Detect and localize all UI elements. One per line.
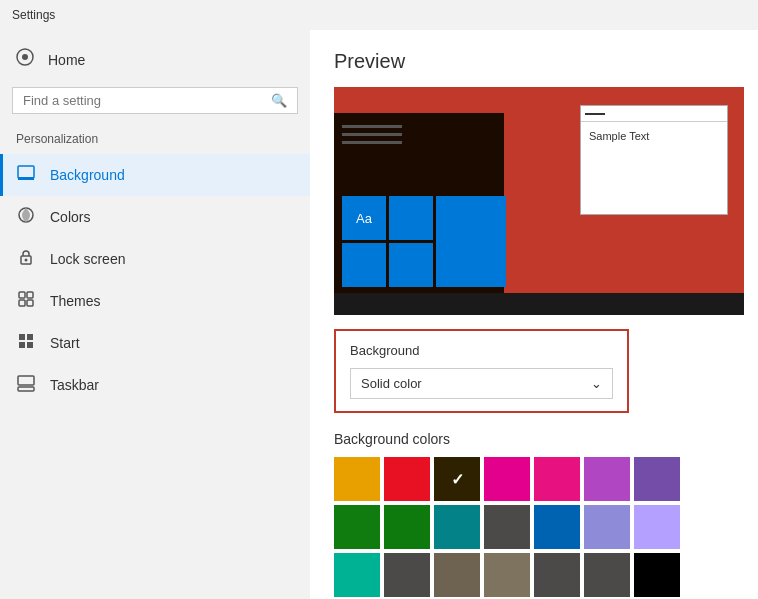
svg-rect-7 xyxy=(19,292,25,298)
section-label: Personalization xyxy=(0,128,310,154)
taskbar-icon xyxy=(16,374,36,396)
chevron-down-icon: ⌄ xyxy=(591,376,602,391)
background-dropdown[interactable]: Solid color ⌄ xyxy=(350,368,613,399)
background-section: Background Solid color ⌄ xyxy=(334,329,629,413)
color-swatch[interactable] xyxy=(484,505,530,549)
preview-title: Preview xyxy=(334,50,734,73)
sidebar-item-taskbar-label: Taskbar xyxy=(50,377,99,393)
sidebar-item-background-label: Background xyxy=(50,167,125,183)
preview-taskbar xyxy=(334,293,744,315)
colors-icon xyxy=(16,206,36,228)
preview-startmenu-lines xyxy=(334,113,504,144)
color-swatch[interactable] xyxy=(534,457,580,501)
sidebar: Home 🔍 Personalization Background xyxy=(0,30,310,599)
color-swatch[interactable] xyxy=(334,457,380,501)
sidebar-item-lockscreen[interactable]: Lock screen xyxy=(0,238,310,280)
home-label: Home xyxy=(48,52,85,68)
preview-window-content: Sample Text xyxy=(581,122,727,150)
background-section-label: Background xyxy=(350,343,613,358)
sidebar-item-colors[interactable]: Colors xyxy=(0,196,310,238)
home-icon xyxy=(16,48,34,71)
svg-rect-8 xyxy=(27,292,33,298)
color-swatch[interactable] xyxy=(634,553,680,597)
color-swatch[interactable] xyxy=(384,505,430,549)
color-swatch[interactable] xyxy=(434,505,480,549)
svg-rect-11 xyxy=(19,334,25,340)
sidebar-item-taskbar[interactable]: Taskbar xyxy=(0,364,310,406)
color-swatch[interactable] xyxy=(434,553,480,597)
preview-tile-2 xyxy=(342,243,386,287)
title-bar: Settings xyxy=(0,0,758,30)
main-content: Preview Aa xyxy=(310,30,758,599)
svg-rect-14 xyxy=(27,342,33,348)
sidebar-item-themes-label: Themes xyxy=(50,293,101,309)
preview-window: Sample Text xyxy=(580,105,728,215)
preview-tile-aa: Aa xyxy=(342,196,386,240)
svg-rect-16 xyxy=(18,376,34,385)
preview-tile-wide xyxy=(436,196,506,287)
svg-rect-2 xyxy=(18,166,34,178)
color-swatch[interactable] xyxy=(534,505,580,549)
svg-rect-13 xyxy=(19,342,25,348)
preview-line-3 xyxy=(342,141,402,144)
color-swatch[interactable] xyxy=(434,457,480,501)
lockscreen-icon xyxy=(16,248,36,270)
color-swatch[interactable] xyxy=(484,457,530,501)
search-input[interactable] xyxy=(23,93,271,108)
preview-tile-3 xyxy=(389,243,433,287)
preview-window-titlebar xyxy=(581,106,727,122)
svg-rect-3 xyxy=(18,177,34,180)
color-swatch[interactable] xyxy=(384,553,430,597)
preview-box: Aa Sample Text xyxy=(334,87,744,315)
preview-tile-1 xyxy=(389,196,433,240)
sidebar-item-background[interactable]: Background xyxy=(0,154,310,196)
color-swatch[interactable] xyxy=(534,553,580,597)
color-swatch[interactable] xyxy=(334,553,380,597)
preview-window-titlebar-line xyxy=(585,113,605,115)
home-nav-item[interactable]: Home xyxy=(0,38,310,81)
search-box[interactable]: 🔍 xyxy=(12,87,298,114)
preview-startmenu: Aa xyxy=(334,113,504,293)
color-swatch[interactable] xyxy=(584,457,630,501)
bg-colors-label: Background colors xyxy=(334,431,734,447)
preview-tiles: Aa xyxy=(334,196,504,287)
color-swatch[interactable] xyxy=(484,553,530,597)
start-icon xyxy=(16,332,36,354)
color-swatch[interactable] xyxy=(634,505,680,549)
sidebar-item-start-label: Start xyxy=(50,335,80,351)
search-icon: 🔍 xyxy=(271,93,287,108)
svg-rect-12 xyxy=(27,334,33,340)
preview-line-2 xyxy=(342,133,402,136)
content-area: Home 🔍 Personalization Background xyxy=(0,30,758,599)
color-swatch[interactable] xyxy=(584,553,630,597)
sidebar-item-start[interactable]: Start xyxy=(0,322,310,364)
sidebar-item-lockscreen-label: Lock screen xyxy=(50,251,125,267)
themes-icon xyxy=(16,290,36,312)
title-label: Settings xyxy=(12,8,55,22)
color-swatch[interactable] xyxy=(634,457,680,501)
color-swatch[interactable] xyxy=(334,505,380,549)
background-dropdown-value: Solid color xyxy=(361,376,422,391)
sidebar-item-colors-label: Colors xyxy=(50,209,90,225)
svg-point-1 xyxy=(22,54,28,60)
color-grid xyxy=(334,457,734,597)
svg-point-6 xyxy=(25,259,28,262)
preview-line-1 xyxy=(342,125,402,128)
background-icon xyxy=(16,164,36,186)
color-swatch[interactable] xyxy=(584,505,630,549)
svg-rect-15 xyxy=(18,387,34,391)
sidebar-item-themes[interactable]: Themes xyxy=(0,280,310,322)
svg-rect-10 xyxy=(27,300,33,306)
preview-sample-text: Sample Text xyxy=(589,130,649,142)
color-swatch[interactable] xyxy=(384,457,430,501)
svg-rect-9 xyxy=(19,300,25,306)
